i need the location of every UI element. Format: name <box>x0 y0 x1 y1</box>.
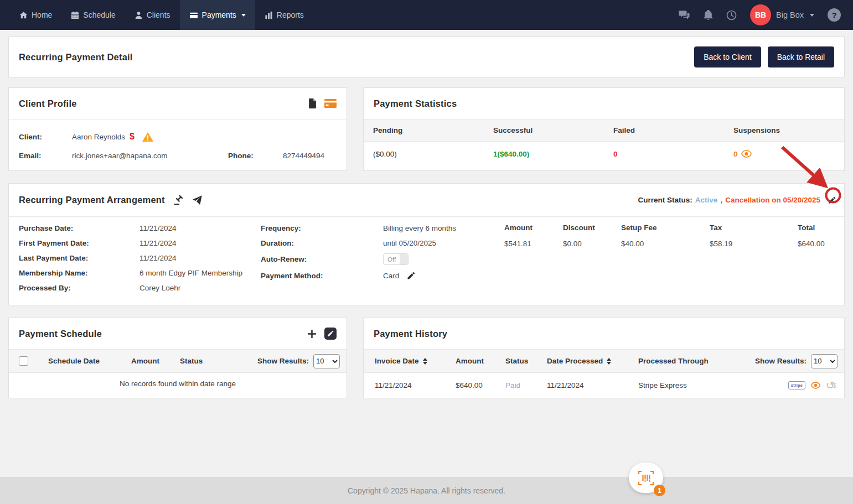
status-separator: , <box>720 196 722 204</box>
field-label: Auto-Renew: <box>261 255 383 263</box>
amount-header: Amount <box>456 357 505 365</box>
gavel-icon[interactable] <box>174 195 184 205</box>
date-processed-header[interactable]: Date Processed <box>547 357 638 365</box>
column-label: Date Processed <box>547 357 603 365</box>
history-table-row: 11/21/2024 $640.00 Paid 11/21/2024 Strip… <box>364 373 844 398</box>
client-row: Client: Aaron Reynolds $ <box>19 129 337 144</box>
field-value: 11/21/2024 <box>139 224 177 232</box>
payment-card-icon[interactable] <box>324 99 337 108</box>
field-value: 6 month Edgy PIF Membership <box>139 269 242 277</box>
payment-history-title: Payment History <box>374 329 447 339</box>
discount-value: $0.00 <box>563 240 621 248</box>
client-profile-title: Client Profile <box>19 98 77 109</box>
stat-failed-value: 0 <box>604 150 724 158</box>
field-payment-method: Payment Method: Card <box>261 271 500 280</box>
toggle-knob <box>400 254 408 264</box>
client-name-wrap: Aaron Reynolds $ <box>72 132 153 142</box>
email-label: Email: <box>19 152 72 160</box>
nav-item-label: Payments <box>202 11 236 19</box>
copyright-text: Copyright © 2025 Hapana. All rights rese… <box>348 486 505 495</box>
recurring-arrangement-title: Recurring Payment Arrangement <box>19 195 165 205</box>
page: { "colors": { "navbar": "#1d2339", "butt… <box>0 0 853 504</box>
person-icon <box>135 11 143 19</box>
processed-through-header: Processed Through <box>638 357 755 365</box>
stat-pending-value: ($0.00) <box>364 150 484 158</box>
main-content: Recurring Payment Detail Back to Client … <box>0 30 853 398</box>
auto-renew-toggle[interactable]: Off <box>383 253 409 265</box>
refund-dollar-icon: $ <box>833 381 836 389</box>
nav-item-clients[interactable]: Clients <box>125 0 180 30</box>
recurring-arrangement-card: Recurring Payment Arrangement Current St… <box>8 183 845 305</box>
stripe-badge: stripe <box>788 381 805 389</box>
show-results-label: Show Results: <box>257 357 309 365</box>
total-value: $640.00 <box>798 240 834 248</box>
current-status-line: Current Status: Active , Cancellation on… <box>638 194 839 207</box>
edit-payment-method-pencil-icon[interactable] <box>407 272 415 280</box>
status-cell[interactable]: Paid <box>505 381 547 389</box>
refund-button[interactable]: ↺ $ <box>826 380 836 391</box>
amount-cell: $640.00 <box>456 381 505 389</box>
field-label: Last Payment Date: <box>19 254 139 262</box>
credit-card-icon <box>189 11 198 19</box>
field-label: Purchase Date: <box>19 224 139 232</box>
back-to-retail-button[interactable]: Back to Retail <box>768 46 834 67</box>
schedule-empty-message: No records found within date range <box>9 373 347 394</box>
nav-item-label: Reports <box>277 11 304 19</box>
field-value: 11/21/2024 <box>139 254 177 262</box>
eye-icon[interactable] <box>741 150 752 158</box>
show-results-select[interactable]: 10 <box>313 354 340 368</box>
chat-icon[interactable] <box>678 10 690 20</box>
show-results-select[interactable]: 10 <box>811 354 838 368</box>
top-navbar: Home Schedule Clients Payments Reports B… <box>0 0 853 30</box>
scan-floating-button[interactable]: 1 <box>629 463 663 493</box>
tax-header: Tax <box>710 224 798 232</box>
avatar: BB <box>750 4 771 25</box>
payment-schedule-header: Payment Schedule <box>9 318 347 350</box>
help-icon[interactable]: ? <box>828 8 841 22</box>
plus-icon[interactable] <box>307 329 317 339</box>
field-label: Frequency: <box>261 224 383 232</box>
notification-badge: 1 <box>654 485 665 496</box>
document-icon[interactable] <box>308 98 317 108</box>
clock-icon[interactable] <box>726 10 737 20</box>
stat-col-suspensions: Suspensions <box>724 126 844 134</box>
chevron-down-icon <box>810 14 814 17</box>
chevron-down-icon <box>241 14 246 17</box>
arrangement-amounts: Amount Discount Setup Fee Tax Total $541… <box>500 224 834 298</box>
field-value: 11/21/2024 <box>139 239 177 247</box>
phone-value: 8274449494 <box>270 152 337 160</box>
field-purchase-date: Purchase Date:11/21/2024 <box>19 224 261 232</box>
warning-icon[interactable] <box>142 132 153 142</box>
sort-icon[interactable] <box>423 358 427 365</box>
history-row-actions: stripe ↺ $ <box>788 380 844 391</box>
payment-statistics-card: Payment Statistics Pending Successful Fa… <box>363 87 845 171</box>
payment-schedule-card: Payment Schedule Schedule Date Amount St… <box>8 318 347 398</box>
edit-schedule-icon[interactable] <box>324 328 337 340</box>
view-eye-icon[interactable] <box>811 382 820 389</box>
account-menu[interactable]: BB Big Box <box>750 4 814 25</box>
nav-item-home[interactable]: Home <box>10 0 61 30</box>
title-actions: Back to Client Back to Retail <box>694 46 834 67</box>
amount-header: Amount <box>504 224 563 232</box>
select-all-checkbox[interactable] <box>19 356 28 366</box>
outstanding-balance-icon[interactable]: $ <box>130 132 135 142</box>
client-name[interactable]: Aaron Reynolds <box>72 133 125 141</box>
edit-status-pencil-icon[interactable] <box>825 194 839 207</box>
bell-icon[interactable] <box>704 10 713 20</box>
back-to-client-button[interactable]: Back to Client <box>694 46 761 67</box>
nav-item-schedule[interactable]: Schedule <box>61 0 125 30</box>
client-profile-header: Client Profile <box>9 88 347 119</box>
schedule-header-icons <box>307 328 337 340</box>
schedule-history-row: Payment Schedule Schedule Date Amount St… <box>8 318 845 398</box>
history-table-header: Invoice Date Amount Status Date Processe… <box>364 350 844 373</box>
processed-through-cell: Stripe Express <box>638 381 788 389</box>
sort-icon[interactable] <box>607 358 611 365</box>
invoice-date-header[interactable]: Invoice Date <box>375 357 456 365</box>
nav-item-payments[interactable]: Payments <box>180 0 255 30</box>
status-header: Status <box>505 357 547 365</box>
payment-schedule-title: Payment Schedule <box>19 329 102 339</box>
client-profile-header-icons <box>308 98 337 108</box>
send-icon[interactable] <box>192 195 202 205</box>
field-label: Membership Name: <box>19 269 139 277</box>
nav-item-reports[interactable]: Reports <box>255 0 313 30</box>
